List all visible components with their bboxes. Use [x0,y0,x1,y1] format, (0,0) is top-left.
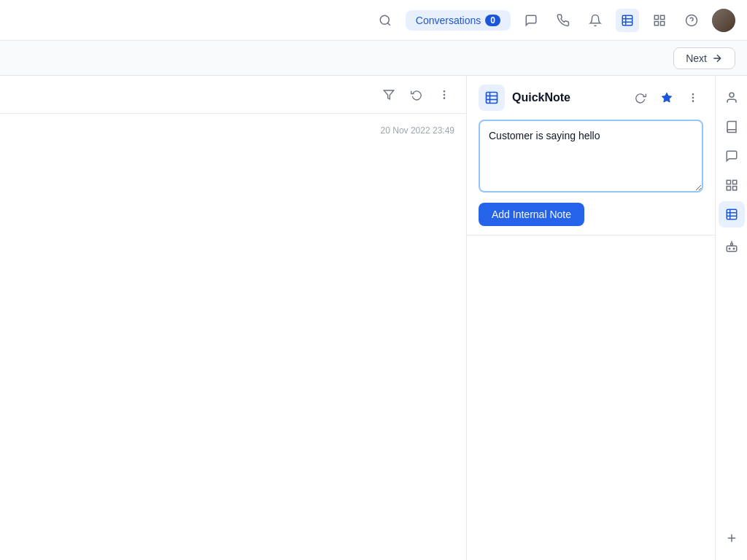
quicknote-actions [630,88,703,108]
svg-rect-15 [487,93,498,104]
quicknote-title: QuickNote [512,91,570,104]
svg-rect-23 [727,180,730,184]
sidebar-grid-button[interactable] [719,172,745,198]
notes-icon-button[interactable] [616,9,639,32]
search-button[interactable] [374,9,397,32]
help-icon-button[interactable] [680,9,703,32]
filter-icon[interactable] [379,85,399,105]
sidebar-speech-button[interactable] [719,143,745,169]
svg-rect-27 [727,209,737,219]
sidebar-robot-button[interactable] [719,233,745,260]
svg-point-13 [444,94,444,95]
quicknote-title-group: QuickNote [479,85,570,111]
user-avatar[interactable] [712,9,735,32]
svg-marker-11 [384,90,393,99]
svg-rect-24 [732,180,736,184]
quicknote-header: QuickNote [479,85,703,111]
svg-rect-5 [654,15,658,19]
quicknote-icon [479,85,505,111]
svg-point-32 [730,244,732,246]
sidebar-note-active-button[interactable] [719,201,745,228]
more-icon[interactable] [683,88,703,108]
svg-rect-6 [661,15,665,19]
svg-point-0 [380,15,389,24]
svg-rect-26 [732,187,736,190]
svg-rect-1 [622,15,632,26]
date-text: 20 Nov 2022 23:49 [381,125,454,136]
left-toolbar [0,76,466,114]
conversation-list [0,141,466,560]
history-icon[interactable] [406,85,427,105]
conversations-label: Conversations [416,15,481,26]
svg-point-34 [733,248,735,249]
main-layout: 20 Nov 2022 23:49 QuickNote [0,76,747,560]
svg-rect-31 [727,246,737,252]
sidebar-book-button[interactable] [719,114,745,140]
pin-icon[interactable] [657,88,677,108]
next-button[interactable]: Next [673,47,735,69]
svg-rect-25 [727,187,730,190]
svg-point-33 [729,248,730,249]
svg-rect-8 [661,21,665,25]
svg-point-14 [444,98,444,98]
second-bar: Next [0,41,747,76]
right-sidebar [715,76,747,560]
svg-point-22 [729,93,734,97]
date-separator: 20 Nov 2022 23:49 [0,114,466,141]
left-panel: 20 Nov 2022 23:49 [0,76,467,560]
more-options-icon[interactable] [434,85,454,105]
sidebar-person-button[interactable] [719,85,745,111]
bell-icon-button[interactable] [584,9,607,32]
svg-point-20 [692,97,693,98]
svg-rect-7 [654,21,658,25]
svg-point-12 [444,90,444,91]
quicknote-panel: QuickNote [467,76,715,236]
apps-icon-button[interactable] [648,9,671,32]
next-label: Next [686,52,707,64]
sidebar-plus-button[interactable] [719,525,745,551]
refresh-icon[interactable] [630,88,651,108]
phone-icon-button[interactable] [551,9,575,32]
note-textarea[interactable]: Customer is saying hello [479,120,703,192]
conversations-badge: 0 [485,15,500,26]
conversations-button[interactable]: Conversations 0 [406,10,511,31]
top-nav: Conversations 0 [0,0,747,41]
middle-panel: QuickNote [467,76,715,560]
svg-point-21 [692,101,693,101]
chat-icon-button[interactable] [519,9,543,32]
svg-point-19 [692,94,693,95]
add-internal-note-button[interactable]: Add Internal Note [479,203,584,226]
